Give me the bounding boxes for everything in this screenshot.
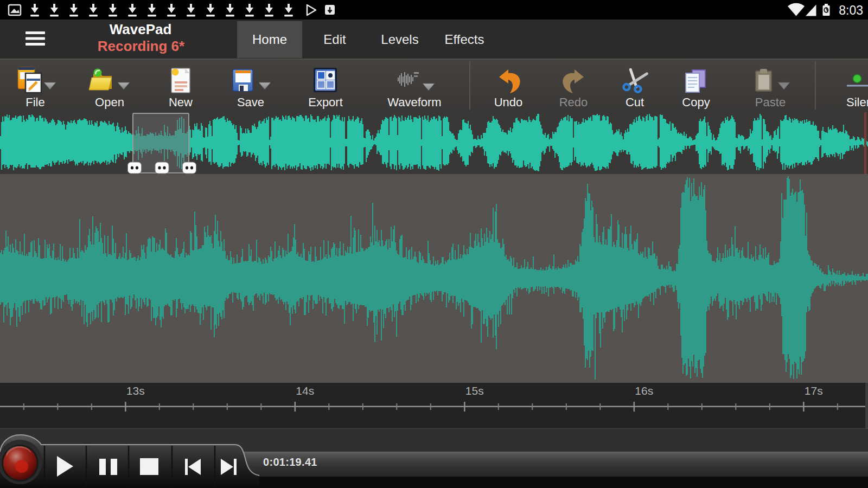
svg-text:8:03: 8:03 xyxy=(839,3,863,17)
svg-text:Save: Save xyxy=(237,95,264,109)
svg-text:New: New xyxy=(169,95,193,109)
svg-text:Cut: Cut xyxy=(626,95,644,109)
svg-text:16s: 16s xyxy=(635,384,653,397)
svg-text:13s: 13s xyxy=(126,384,145,397)
svg-text:17s: 17s xyxy=(805,384,823,397)
svg-text:Open: Open xyxy=(95,95,124,109)
svg-text:15s: 15s xyxy=(465,384,484,397)
svg-text:14s: 14s xyxy=(296,384,314,397)
svg-text:Export: Export xyxy=(308,95,343,109)
svg-text:Paste: Paste xyxy=(755,95,786,109)
svg-text:Waveform: Waveform xyxy=(387,95,441,109)
svg-text:Redo: Redo xyxy=(559,95,588,109)
svg-text:Undo: Undo xyxy=(494,95,523,109)
svg-text:Silenc: Silenc xyxy=(846,95,868,109)
svg-text:Copy: Copy xyxy=(682,95,710,109)
svg-text:File: File xyxy=(25,95,44,109)
